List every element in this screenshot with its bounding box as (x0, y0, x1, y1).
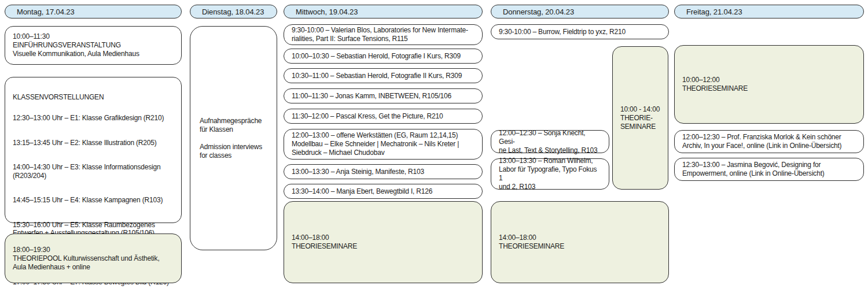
day-header-wednesday: Mittwoch, 19.04.23 (284, 5, 483, 18)
event-valerian-blos: 9:30-10:00 – Valerian Blos, Laboratories… (284, 24, 483, 45)
event-bewegtbild: 13:30–14:00 – Manja Ebert, Bewegtbild I,… (284, 184, 483, 199)
event-get-the-picture: 11:30–12:00 – Pascal Kress, Get the Pict… (284, 109, 483, 124)
event-theoriepool: 18:00–19:30 THEORIEPOOL Kulturwissenscha… (5, 234, 182, 283)
event-theorieseminare-wed: 14:00–18:00 THEORIESEMINARE (284, 201, 483, 283)
day-header-monday: Montag, 17.04.23 (5, 5, 182, 18)
event-offene-werkstaetten: 12:00–13:00 – offene Werkstätten (EG, Ra… (284, 129, 483, 160)
klassen-item-e1: 12:30–13:00 Uhr – E1: Klasse Grafikdesig… (13, 114, 174, 123)
klassen-item-e3: 14:00–14:30 Uhr – E3: Klasse Information… (13, 163, 174, 180)
day-header-friday: Freitag, 21.04.23 (674, 5, 864, 18)
event-fotografie-2: 10:30–11:00 – Sebastian Herold, Fotograf… (284, 68, 483, 83)
event-theorieseminare-thu-afternoon: 14:00–18:00 THEORIESEMINARE (491, 201, 669, 283)
klassenvorstellungen-title: KLASSENVORSTELLUNGEN (13, 93, 174, 102)
event-inbetween: 11:00–11:30 – Jonas Kamm, INBETWEEN, R10… (284, 88, 483, 103)
event-aufnahmegespraeche: Aufnahmegespräche für Klassen Admission … (190, 26, 277, 250)
event-burrow-fieldtrip: 9:30-10:00 – Burrow, Fieldtrip to yxz, R… (491, 24, 669, 39)
event-in-your-face: 12:00–12:30 – Prof. Franziska Morlok & K… (674, 130, 864, 153)
day-header-thursday: Donnerstag, 20.04.23 (491, 5, 669, 18)
event-text-storytelling: 12:00–12:30 – Sonja Knecht, Gesi- ne Las… (491, 130, 609, 153)
event-labor-typografie: 13:00–13:30 – Roman Wilhelm, Labor für T… (491, 158, 609, 190)
event-einfuehrungsveranstaltung: 10:00–11:30 EINFÜHRUNGSVERANSTALTUNG Vis… (5, 26, 182, 65)
day-header-tuesday: Dienstag, 18.04.23 (190, 5, 277, 18)
klassen-item-e2: 13:15–13:45 Uhr – E2: Klasse Illustratio… (13, 139, 174, 147)
event-manifeste: 13:00–13:30 – Anja Steinig, Manifeste, R… (284, 164, 483, 179)
event-klassenvorstellungen: KLASSENVORSTELLUNGEN 12:30–13:00 Uhr – E… (5, 77, 182, 223)
event-designing-for-empowerment: 12:30–13:00 – Jasmina Begović, Designing… (674, 158, 864, 181)
schedule-board: Montag, 17.04.23 Dienstag, 18.04.23 Mitt… (0, 0, 868, 289)
event-theorieseminare-thu-morning: 10:00 - 14:00 THEORIE- SEMINARE (612, 46, 668, 190)
event-theorieseminare-fri-morning: 10:00–12:00 THEORIESEMINARE (674, 45, 864, 124)
event-fotografie-1: 10:00–10:30 – Sebastian Herold, Fotograf… (284, 49, 483, 64)
klassen-item-e4: 14:45–15:15 Uhr – E4: Klasse Kampagnen (… (13, 196, 174, 205)
